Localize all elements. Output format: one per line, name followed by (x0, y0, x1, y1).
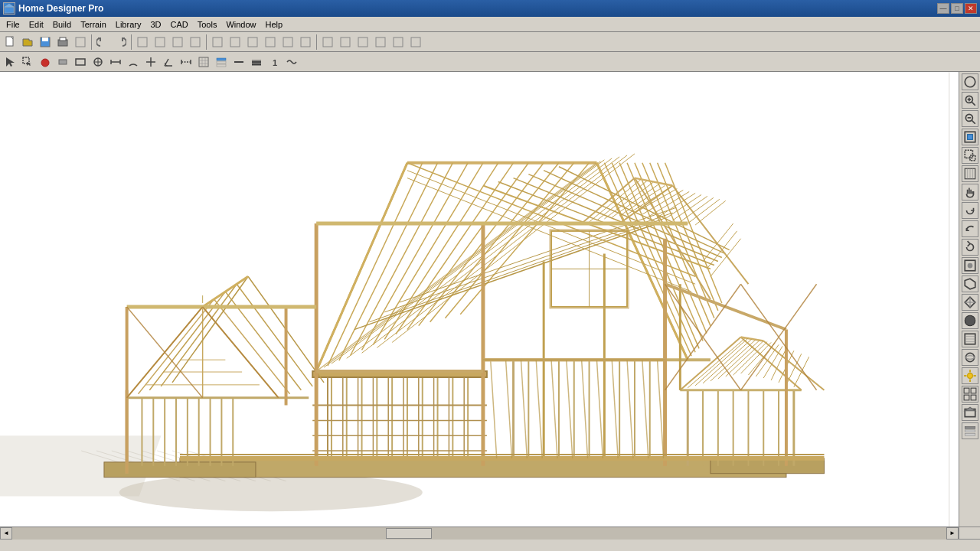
svg-point-296 (965, 315, 975, 326)
toolbar2-btn-measure2[interactable] (178, 54, 194, 70)
toolbar2-btn-grid2[interactable] (195, 54, 212, 70)
toolbar-btn-open[interactable] (19, 34, 36, 51)
scroll-right-button[interactable]: ► (946, 527, 959, 540)
h-scroll-thumb[interactable] (386, 528, 432, 539)
toolbar2-btn-layer2[interactable] (213, 54, 230, 70)
toolbar-btn-int[interactable] (244, 34, 261, 51)
toolbar2-btn-arc2[interactable] (125, 54, 142, 70)
toolbar-btn-edit2[interactable] (152, 34, 168, 51)
toolbar-btn-save[interactable] (37, 34, 54, 51)
menu-item-cad[interactable]: CAD (165, 18, 192, 31)
view-rotate-left[interactable] (962, 220, 978, 237)
toolbar-separator (316, 34, 317, 50)
toolbar-btn-3d2[interactable] (279, 34, 296, 51)
toolbar2-btn-dimension[interactable] (107, 54, 124, 70)
toolbar-btn-cam10[interactable] (372, 34, 389, 51)
scroll-left-button[interactable]: ◄ (0, 527, 12, 540)
toolbar-btn-lay[interactable] (297, 34, 314, 51)
close-button[interactable]: ✕ (965, 3, 977, 14)
h-scrollbar-area: ◄ ► (0, 527, 959, 539)
toolbar2-btn-line-style[interactable] (230, 54, 247, 70)
toolbar-btn-house[interactable] (209, 34, 226, 51)
toolbar-btn-ref[interactable] (262, 34, 279, 51)
svg-rect-8 (138, 37, 147, 47)
zoom-extents-circle[interactable] (962, 73, 978, 90)
toolbar-row-1 (0, 32, 980, 52)
toolbar-btn-new[interactable] (2, 34, 18, 51)
zoom-selection[interactable] (962, 147, 978, 164)
canvas-area[interactable] (0, 72, 959, 527)
menu-item-tools[interactable]: Tools (193, 18, 222, 31)
toolbar2-btn-wave[interactable] (283, 54, 300, 70)
menu-item-library[interactable]: Library (111, 18, 146, 31)
svg-rect-21 (376, 37, 385, 47)
svg-rect-23 (411, 37, 420, 47)
solid-view[interactable] (962, 312, 978, 329)
svg-rect-12 (213, 37, 222, 47)
toolbar-btn-undo[interactable] (94, 34, 111, 51)
svg-marker-292 (965, 279, 975, 289)
toolbar2-btn-angle2[interactable] (160, 54, 177, 70)
svg-rect-43 (199, 57, 208, 67)
svg-rect-4 (42, 37, 48, 41)
texture-view[interactable] (962, 331, 978, 347)
toolbar2-btn-select-arrow[interactable] (2, 54, 18, 70)
toolbar2-btn-transform[interactable] (90, 54, 106, 70)
toolbar-btn-help[interactable] (187, 34, 204, 51)
toolbar2-btn-line-width[interactable] (248, 54, 265, 70)
menu-item-build[interactable]: Build (48, 18, 76, 31)
toolbar-btn-ext[interactable] (227, 34, 243, 51)
h-scrollbar[interactable]: ◄ ► (0, 527, 959, 539)
isometric-view[interactable] (962, 276, 978, 292)
svg-rect-15 (266, 37, 275, 47)
toolbar2-btn-select-box-arrow[interactable] (19, 54, 36, 70)
svg-rect-20 (358, 37, 368, 47)
svg-point-303 (967, 373, 972, 379)
menu-item-edit[interactable]: Edit (24, 18, 48, 31)
h-scroll-track[interactable] (12, 527, 946, 540)
menu-item-3d[interactable]: 3D (145, 18, 165, 31)
right-sidebar (959, 72, 980, 527)
spin-view[interactable] (962, 239, 978, 256)
orbit-camera[interactable] (962, 349, 978, 366)
svg-point-301 (965, 353, 974, 361)
grid-settings[interactable] (962, 386, 978, 403)
zoom-region[interactable] (962, 165, 978, 182)
rotate-view-down[interactable] (962, 202, 978, 219)
layer-settings[interactable] (962, 422, 978, 439)
menu-item-file[interactable]: File (2, 18, 24, 31)
minimize-button[interactable]: — (937, 3, 949, 14)
title-bar-controls: — □ ✕ (937, 3, 977, 14)
toolbar-btn-cam11[interactable] (390, 34, 407, 51)
toolbar-btn-cam8[interactable] (337, 34, 354, 51)
menu-item-help[interactable]: Help (261, 18, 288, 31)
toolbar-btn-lib[interactable] (169, 34, 186, 51)
svg-rect-16 (283, 37, 292, 47)
sun-light[interactable] (962, 367, 978, 384)
toolbar2-btn-number1[interactable]: 1 (266, 54, 283, 70)
svg-rect-19 (341, 37, 350, 47)
toolbar-btn-ptr[interactable] (134, 34, 151, 51)
svg-rect-17 (301, 37, 310, 47)
full-view[interactable] (962, 257, 978, 274)
menu-item-terrain[interactable]: Terrain (76, 18, 111, 31)
toolbar2-btn-circle[interactable] (37, 54, 54, 70)
toolbar2-btn-wall[interactable] (54, 54, 71, 70)
toolbar-btn-redo[interactable] (112, 34, 129, 51)
toolbar2-btn-rect2[interactable] (72, 54, 89, 70)
pan-hand[interactable] (962, 184, 978, 201)
toolbar-btn-print[interactable] (54, 34, 71, 51)
toolbar2-btn-cross[interactable] (142, 54, 159, 70)
maximize-button[interactable]: □ (951, 3, 963, 14)
zoom-fit-view[interactable] (962, 129, 978, 145)
zoom-out[interactable] (962, 110, 978, 127)
wireframe-view[interactable] (962, 294, 978, 311)
toolbar-btn-cam9[interactable] (354, 34, 371, 51)
menu-item-window[interactable]: Window (221, 18, 260, 31)
zoom-in[interactable] (962, 92, 978, 109)
toolbar-btn-cam7[interactable] (319, 34, 336, 51)
floor-camera[interactable] (962, 404, 978, 421)
toolbar-btn-cam12[interactable] (407, 34, 424, 51)
svg-text:1: 1 (273, 58, 277, 67)
toolbar-btn-img[interactable] (72, 34, 89, 51)
